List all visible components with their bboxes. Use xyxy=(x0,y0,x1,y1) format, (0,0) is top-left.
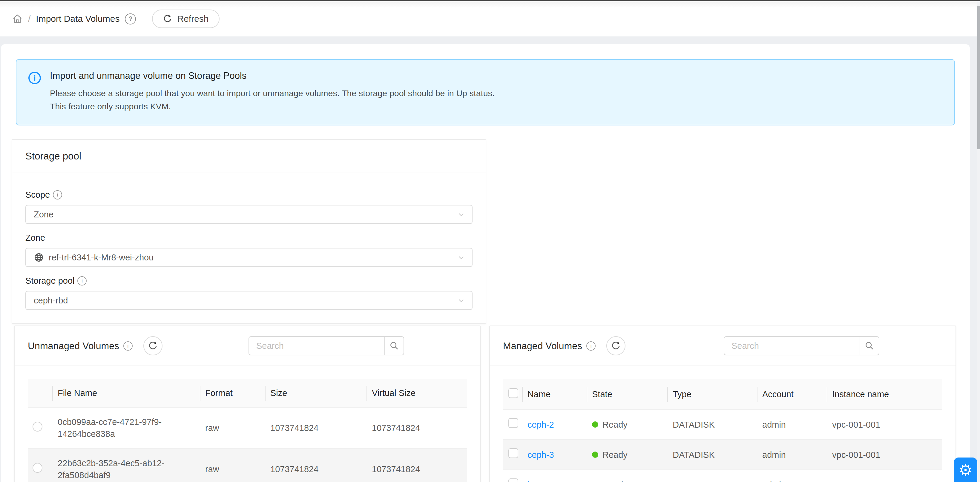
column-header-type: Type xyxy=(668,379,757,409)
reload-icon xyxy=(163,14,172,24)
row-radio[interactable] xyxy=(33,463,42,473)
zone-select-value: ref-trl-6341-k-Mr8-wei-zhou xyxy=(49,253,154,262)
cell-account: admin xyxy=(757,440,827,470)
column-header-instance-name: Instance name xyxy=(827,379,942,409)
breadcrumb-current: Import Data Volumes xyxy=(36,14,119,24)
managed-volumes-table: Name State Type Account Instance name ce… xyxy=(503,379,942,482)
unmanaged-search-button[interactable] xyxy=(384,336,404,355)
storage-pool-label: Storage pool xyxy=(25,275,74,286)
volume-name-link[interactable]: ceph-3 xyxy=(528,450,554,460)
row-radio[interactable] xyxy=(33,422,42,431)
scrollbar-track[interactable] xyxy=(977,1,980,482)
chevron-down-icon xyxy=(457,253,465,262)
zone-label: Zone xyxy=(25,232,45,243)
alert-title: Import and unmanage volume on Storage Po… xyxy=(50,70,495,81)
storage-pool-select[interactable]: ceph-rbd xyxy=(25,291,473,310)
table-row: 22b63c2b-352a-4ec5-ab12-2fa508d4baf9 raw… xyxy=(28,449,467,482)
scope-select[interactable]: Zone xyxy=(25,205,473,224)
cell-format: raw xyxy=(200,449,266,482)
scrollbar-thumb[interactable] xyxy=(977,6,980,150)
alert-description-line1: Please choose a storage pool that you wa… xyxy=(50,87,495,100)
cell-file-name: 0cb099aa-cc7e-4721-97f9-14264bce838a xyxy=(53,407,200,449)
column-header-state: State xyxy=(587,379,668,409)
unmanaged-volumes-table: File Name Format Size Virtual Size 0cb09… xyxy=(28,379,467,482)
row-checkbox[interactable] xyxy=(508,448,518,458)
cell-size: 1073741824 xyxy=(266,407,367,449)
cell-virtual-size: 1073741824 xyxy=(367,407,467,449)
unmanaged-refresh-button[interactable] xyxy=(143,336,162,355)
gear-icon: ⚙ xyxy=(958,462,972,482)
refresh-button[interactable]: Refresh xyxy=(152,10,219,28)
scope-label: Scope xyxy=(25,189,50,200)
cell-format: raw xyxy=(200,407,266,449)
volume-name-link[interactable]: image2 xyxy=(528,480,556,482)
unmanaged-select-column-header xyxy=(28,379,53,407)
home-icon[interactable] xyxy=(12,13,23,24)
cell-instance-name xyxy=(827,470,942,482)
cell-instance-name: vpc-001-001 xyxy=(827,440,942,470)
chevron-down-icon xyxy=(457,296,465,305)
cell-state: Ready xyxy=(603,449,628,461)
chevron-down-icon xyxy=(457,210,465,219)
alert-description-line2: This feature only supports KVM. xyxy=(50,100,495,113)
column-header-file-name: File Name xyxy=(53,379,200,407)
table-row: ceph-3 Ready DATADISK admin vpc-001-001 xyxy=(503,440,942,470)
unmanaged-volumes-title: Unmanaged Volumes xyxy=(28,340,119,352)
scope-select-value: Zone xyxy=(34,210,54,220)
cell-type: DATADISK xyxy=(668,440,757,470)
table-row: 0cb099aa-cc7e-4721-97f9-14264bce838a raw… xyxy=(28,407,467,449)
breadcrumb: / Import Data Volumes ? xyxy=(12,13,136,24)
column-header-format: Format xyxy=(200,379,266,407)
managed-search-input[interactable] xyxy=(724,336,860,355)
breadcrumb-separator: / xyxy=(28,14,30,24)
cell-state: Ready xyxy=(603,479,628,482)
table-row: ceph-2 Ready DATADISK admin vpc-001-001 xyxy=(503,409,942,440)
cell-instance-name: vpc-001-001 xyxy=(827,409,942,440)
cell-account: admin xyxy=(757,470,827,482)
zone-select[interactable]: ref-trl-6341-k-Mr8-wei-zhou xyxy=(25,248,473,267)
help-icon[interactable]: ? xyxy=(125,13,136,24)
storage-pool-card-title: Storage pool xyxy=(12,140,486,173)
row-checkbox[interactable] xyxy=(508,418,518,428)
storage-pool-info-icon[interactable]: i xyxy=(77,276,87,285)
cell-size: 1073741824 xyxy=(266,449,367,482)
settings-fab-button[interactable]: ⚙ xyxy=(954,458,977,482)
managed-volumes-title: Managed Volumes xyxy=(503,340,582,352)
cell-type: DATADISK xyxy=(668,409,757,440)
unmanaged-search-input[interactable] xyxy=(248,336,384,355)
table-row: image2 Ready DATADISK admin xyxy=(503,470,942,482)
scope-info-icon[interactable]: i xyxy=(53,190,62,199)
refresh-button-label: Refresh xyxy=(177,14,208,24)
volume-name-link[interactable]: ceph-2 xyxy=(528,420,554,430)
storage-pool-select-value: ceph-rbd xyxy=(34,296,68,305)
column-header-size: Size xyxy=(266,379,367,407)
globe-icon xyxy=(34,252,44,262)
storage-pool-card: Storage pool Scope i Zone Zone xyxy=(12,139,486,324)
cell-file-name: 22b63c2b-352a-4ec5-ab12-2fa508d4baf9 xyxy=(53,449,200,482)
info-alert: i Import and unmanage volume on Storage … xyxy=(16,59,955,126)
row-checkbox[interactable] xyxy=(508,479,518,482)
status-dot-ready xyxy=(592,422,598,428)
cell-virtual-size: 1073741824 xyxy=(367,449,467,482)
select-all-checkbox[interactable] xyxy=(508,388,518,398)
managed-info-icon[interactable]: i xyxy=(586,341,596,351)
cell-type: DATADISK xyxy=(668,470,757,482)
status-dot-ready xyxy=(592,452,598,458)
column-header-name: Name xyxy=(523,379,587,409)
info-icon: i xyxy=(29,72,41,84)
page-background: i Import and unmanage volume on Storage … xyxy=(0,37,977,482)
cell-state: Ready xyxy=(603,419,628,431)
managed-volumes-card: Managed Volumes i xyxy=(489,326,956,482)
topbar: / Import Data Volumes ? Refresh xyxy=(0,1,980,37)
unmanaged-info-icon[interactable]: i xyxy=(123,341,133,351)
cell-account: admin xyxy=(757,409,827,440)
content-card: i Import and unmanage volume on Storage … xyxy=(1,44,970,482)
managed-refresh-button[interactable] xyxy=(606,336,625,355)
column-header-account: Account xyxy=(757,379,827,409)
unmanaged-volumes-card: Unmanaged Volumes i xyxy=(14,326,481,482)
column-header-virtual-size: Virtual Size xyxy=(367,379,467,407)
managed-search-button[interactable] xyxy=(860,336,879,355)
